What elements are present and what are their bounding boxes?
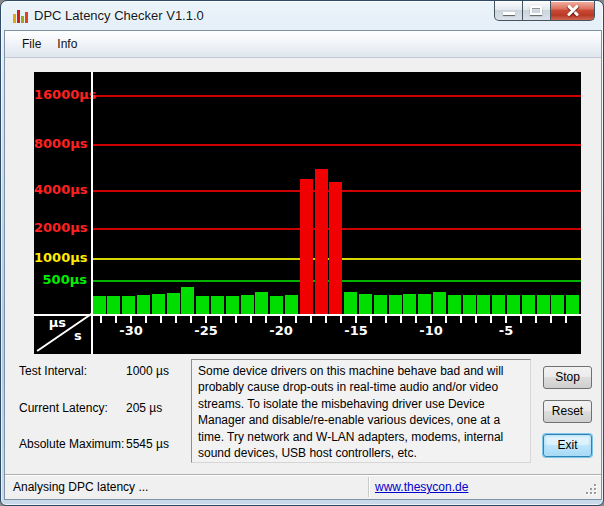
x-unit-label: s <box>74 328 88 343</box>
x-minor-tick <box>460 316 462 323</box>
x-tick-label: -15 <box>336 323 376 338</box>
chart-bar <box>196 296 209 314</box>
reset-button[interactable]: Reset <box>543 400 592 423</box>
chart-bar <box>374 295 387 314</box>
title-bar[interactable]: DPC Latency Checker V1.1.0 <box>1 1 604 31</box>
chart-bar <box>122 296 135 314</box>
status-bar: Analysing DPC latency ... www.thesycon.d… <box>5 474 601 499</box>
absolute-maximum-value: 5545 µs <box>126 437 169 451</box>
x-minor-tick <box>325 316 327 323</box>
x-minor-tick <box>280 316 282 323</box>
x-minor-tick <box>535 316 537 323</box>
x-minor-tick <box>100 316 102 323</box>
x-minor-tick <box>130 316 132 323</box>
y-tick-label: 2000µs <box>34 220 87 235</box>
x-tick-label: -10 <box>411 323 451 338</box>
chart-bar <box>107 296 120 314</box>
x-minor-tick <box>445 316 447 323</box>
chart-bar <box>477 295 490 314</box>
x-minor-tick <box>505 316 507 323</box>
advice-textbox: Some device drivers on this machine beha… <box>191 359 531 463</box>
x-minor-tick <box>175 316 177 323</box>
app-window: DPC Latency Checker V1.1.0 File Info 160… <box>0 0 604 506</box>
maximize-icon <box>530 6 542 15</box>
y-axis-line <box>91 72 93 354</box>
absolute-maximum-label: Absolute Maximum: <box>19 437 124 451</box>
x-minor-tick <box>295 316 297 323</box>
x-minor-tick <box>205 316 207 323</box>
x-tick-label: -30 <box>111 323 151 338</box>
chart-bar <box>418 294 431 314</box>
chart-bar <box>344 292 357 314</box>
minimize-button[interactable] <box>494 1 523 21</box>
chart-bar <box>241 295 254 314</box>
x-minor-tick <box>520 316 522 323</box>
chart-bar <box>329 182 342 314</box>
x-minor-tick <box>550 316 552 323</box>
current-latency-label: Current Latency: <box>19 401 108 415</box>
chart-bar <box>211 296 224 314</box>
current-latency-value: 205 µs <box>126 401 162 415</box>
chart-bar <box>359 294 372 314</box>
menu-bar: File Info <box>5 31 601 58</box>
chart-bar <box>507 295 520 314</box>
chart-bar <box>389 295 402 314</box>
y-unit-label: µs <box>40 315 66 330</box>
x-minor-tick <box>250 316 252 323</box>
chart-bar <box>167 293 180 314</box>
x-minor-tick <box>235 316 237 323</box>
gridline-16000 <box>91 95 581 97</box>
y-tick-label: 16000µs <box>34 87 87 102</box>
menu-info[interactable]: Info <box>49 34 85 54</box>
status-message: Analysing DPC latency ... <box>13 480 148 494</box>
x-minor-tick <box>340 316 342 323</box>
client-area: File Info 16000µs8000µs4000µs2000µs1000µ… <box>5 31 601 499</box>
x-tick-label: -20 <box>261 323 301 338</box>
x-tick-label: -25 <box>186 323 226 338</box>
maximize-button[interactable] <box>523 1 550 21</box>
chart-bar <box>181 287 194 314</box>
stop-button[interactable]: Stop <box>543 366 592 389</box>
x-minor-tick <box>310 316 312 323</box>
exit-button[interactable]: Exit <box>543 434 592 457</box>
x-minor-tick <box>190 316 192 323</box>
x-minor-tick <box>115 316 117 323</box>
chart-bar <box>463 295 476 314</box>
x-minor-tick <box>220 316 222 323</box>
chart-bar <box>537 295 550 314</box>
bar-chart-app-icon <box>13 8 30 24</box>
minimize-icon <box>503 12 515 15</box>
x-minor-tick <box>490 316 492 323</box>
chart-bar <box>403 294 416 314</box>
chart-bar <box>137 295 150 314</box>
test-interval-value: 1000 µs <box>126 364 169 378</box>
close-button[interactable] <box>550 1 595 21</box>
y-tick-label: 500µs <box>34 272 87 287</box>
chart-bar <box>566 295 579 314</box>
x-minor-tick <box>400 316 402 323</box>
x-minor-tick <box>415 316 417 323</box>
y-tick-label: 1000µs <box>34 250 87 265</box>
x-tick-label: -5 <box>486 323 526 338</box>
x-minor-tick <box>160 316 162 323</box>
resize-grip[interactable] <box>585 483 597 495</box>
menu-file[interactable]: File <box>14 34 49 54</box>
thesycon-link[interactable]: www.thesycon.de <box>375 480 468 494</box>
caption-buttons <box>494 1 595 21</box>
x-minor-tick <box>385 316 387 323</box>
chart-bar <box>270 296 283 314</box>
x-minor-tick <box>430 316 432 323</box>
chart-bar <box>152 294 165 314</box>
chart-bar <box>448 295 461 314</box>
chart-bar <box>492 295 505 314</box>
x-minor-tick <box>145 316 147 323</box>
test-interval-label: Test Interval: <box>19 364 87 378</box>
chart-bar <box>93 296 106 314</box>
x-minor-tick <box>370 316 372 323</box>
gridline-8000 <box>91 144 581 146</box>
x-minor-tick <box>265 316 267 323</box>
chart-bar <box>433 292 446 314</box>
latency-chart: 16000µs8000µs4000µs2000µs1000µs500µs-30-… <box>34 72 581 354</box>
chart-bar <box>255 292 268 314</box>
chart-bar <box>522 295 535 314</box>
